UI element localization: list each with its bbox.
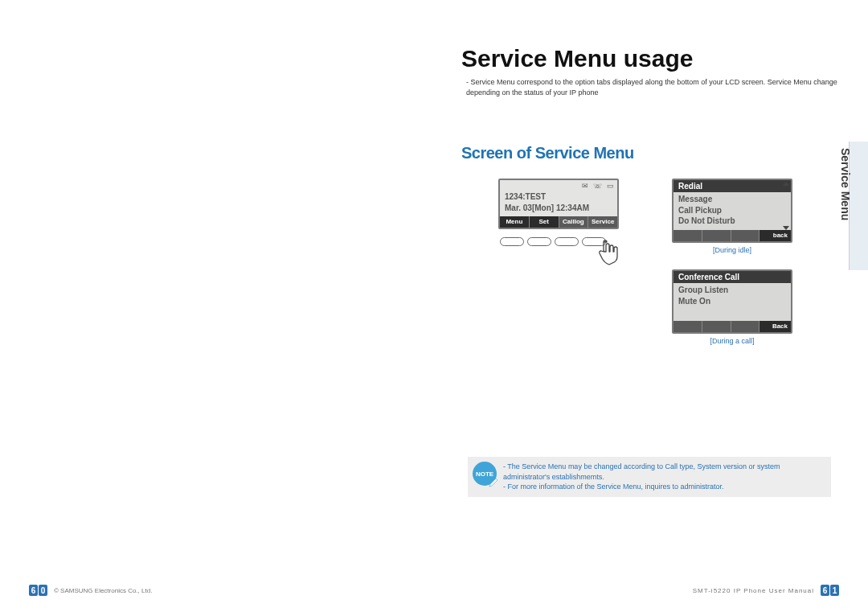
phone-button bbox=[555, 237, 579, 246]
scrollbar bbox=[783, 182, 789, 230]
content-area: Service Menu usage Service Menu correspo… bbox=[461, 45, 841, 162]
menu-item: Call Pickup bbox=[678, 205, 786, 216]
lcd-softkeys: Menu Set Calllog Service bbox=[500, 216, 617, 228]
menu-item: Group Listen bbox=[678, 285, 786, 296]
softkey-empty bbox=[702, 321, 731, 332]
page-number-right: 6 1 bbox=[821, 585, 839, 596]
softkey-service: Service bbox=[588, 216, 617, 228]
section-title: Screen of Service Menu bbox=[461, 144, 841, 162]
scroll-down-icon bbox=[783, 226, 789, 230]
softkey-empty bbox=[674, 321, 702, 332]
side-tab-label: Service Menu bbox=[839, 148, 852, 162]
softkey-empty bbox=[702, 230, 731, 241]
softkey-empty bbox=[674, 230, 702, 241]
page-digit: 0 bbox=[39, 585, 47, 596]
lcd-service-call: Conference Call Group Listen Mute On Bac… bbox=[672, 269, 792, 345]
footer-left: 6 0 © SAMSUNG Electronics Co., Ltd. bbox=[29, 585, 152, 596]
page-number-left: 6 0 bbox=[29, 585, 47, 596]
hand-pointer-icon bbox=[595, 237, 630, 273]
copyright-text: © SAMSUNG Electronics Co., Ltd. bbox=[54, 587, 152, 594]
scroll-up-icon bbox=[783, 182, 789, 186]
right-page: Service Menu usage Service Menu correspo… bbox=[434, 0, 868, 612]
menu-item: Message bbox=[678, 194, 786, 205]
page-digit: 6 bbox=[821, 585, 829, 596]
lcd-header: Conference Call bbox=[674, 271, 791, 283]
screen-icon: ▭ bbox=[607, 182, 614, 190]
page-title: Service Menu usage bbox=[461, 45, 841, 72]
softkey-menu: Menu bbox=[500, 216, 530, 228]
softkey-back: Back bbox=[760, 321, 791, 332]
manual-name: SMT-i5220 IP Phone User Manual bbox=[693, 587, 814, 594]
lcd-caption: [During idle] bbox=[672, 246, 792, 254]
side-tab: Service Menu bbox=[849, 142, 868, 270]
softkey-back: back bbox=[760, 230, 791, 241]
phone-button bbox=[527, 237, 551, 246]
page-digit: 1 bbox=[830, 585, 839, 596]
note-line: For more information of the Service Menu… bbox=[503, 482, 823, 492]
phone-button bbox=[500, 237, 524, 246]
lcd-line2: Mar. 03[Mon] 12:34AM bbox=[505, 203, 612, 214]
menu-item bbox=[678, 306, 786, 318]
left-page: 6 0 © SAMSUNG Electronics Co., Ltd. bbox=[0, 0, 434, 612]
menu-item: Mute On bbox=[678, 296, 786, 307]
lcd-caption: [During a call] bbox=[672, 337, 792, 345]
note-badge-icon: NOTE bbox=[473, 462, 497, 486]
lcd-line1: 1234:TEST bbox=[505, 191, 612, 203]
lcd-header: Redial bbox=[674, 180, 791, 192]
page-digit: 6 bbox=[29, 585, 38, 596]
note-box: NOTE The Service Menu may be changed acc… bbox=[468, 457, 831, 497]
note-text: The Service Menu may be changed accordin… bbox=[503, 462, 823, 492]
intro-line: Service Menu correspond to the option ta… bbox=[466, 77, 841, 97]
lcd-status-icons: ✉ ☏ ▭ bbox=[500, 180, 617, 190]
softkey-set: Set bbox=[530, 216, 559, 228]
menu-item: Do Not Disturb bbox=[678, 216, 786, 227]
softkey-empty bbox=[731, 230, 760, 241]
lcd-service-idle: Redial Message Call Pickup Do Not Distur… bbox=[672, 179, 792, 254]
lcd-idle-screen: ✉ ☏ ▭ 1234:TEST Mar. 03[Mon] 12:34AM Men… bbox=[498, 179, 619, 229]
footer-right: SMT-i5220 IP Phone User Manual 6 1 bbox=[693, 585, 839, 596]
phone-icon: ☏ bbox=[593, 182, 602, 190]
physical-buttons bbox=[500, 237, 606, 246]
softkey-calllog: Calllog bbox=[559, 216, 589, 228]
note-line: The Service Menu may be changed accordin… bbox=[503, 462, 823, 482]
softkey-empty bbox=[731, 321, 760, 332]
envelope-icon: ✉ bbox=[582, 182, 588, 190]
intro-text: Service Menu correspond to the option ta… bbox=[466, 77, 841, 97]
